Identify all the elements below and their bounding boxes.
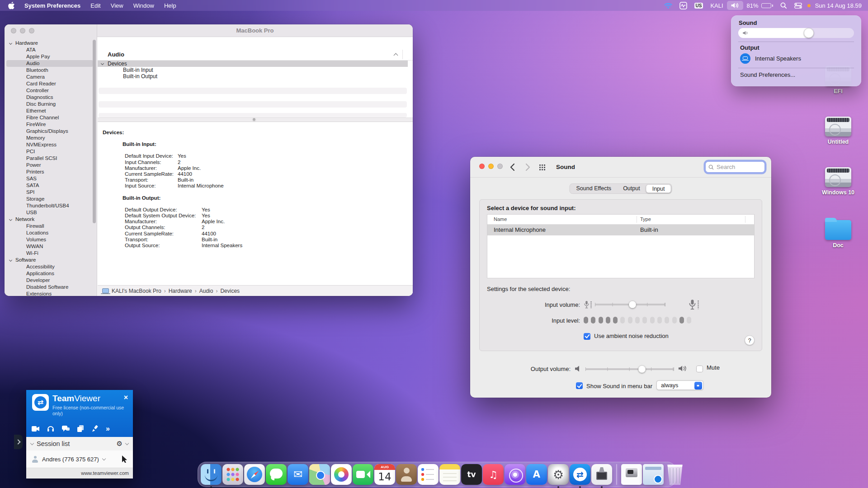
dock-icon-photos[interactable] [331,464,352,485]
whiteboard-icon[interactable] [91,425,98,432]
menu-item[interactable]: View [106,2,128,9]
desktop-icon-windows-10[interactable]: Windows 10 [817,167,859,196]
input-volume-slider[interactable] [595,304,665,305]
back-button[interactable] [510,163,515,173]
sidebar-item[interactable]: Apple Pay [6,53,93,60]
sidebar-item[interactable]: Ethernet [6,108,93,114]
desktop-icon-untitled[interactable]: Untitled [817,117,859,145]
mute-checkbox[interactable] [696,366,703,372]
input-source-label[interactable]: KALI [707,0,726,11]
sidebar-item[interactable]: Locations [6,230,93,236]
tree-row[interactable]: Built-in Input [98,67,413,73]
menu-item[interactable]: Help [159,2,181,9]
tree-row[interactable]: Built-in Output [98,73,413,80]
dock-icon-divider[interactable] [616,464,617,485]
help-button[interactable]: ? [745,335,755,345]
gear-icon[interactable]: ⚙ [117,440,123,448]
sidebar-item[interactable]: Software [6,257,93,263]
dock-icon-app-store[interactable]: A [526,464,547,485]
more-actions-icon[interactable]: » [106,426,110,432]
sidebar-item[interactable]: Fibre Channel [6,114,93,121]
sidebar-item[interactable]: Parallel SCSI [6,155,93,162]
close-button[interactable] [11,28,16,33]
dock-icon-messages[interactable] [266,464,287,485]
breadcrumb-item[interactable]: Devices [213,288,240,294]
session-list-item[interactable]: Andres (776 375 627) [26,450,133,468]
session-list-header[interactable]: Session list ⚙ [26,437,133,450]
sidebar-item[interactable]: Hardware [6,40,93,47]
zoom-button[interactable] [29,28,34,33]
dock-icon-system-preferences[interactable]: ⚙ [548,464,569,485]
dock-icon-reminders[interactable] [418,464,439,485]
menu-item[interactable]: System Preferences [19,2,85,9]
sysinfo-titlebar[interactable]: MacBook Pro [97,24,413,37]
sidebar-scrollbar[interactable] [93,40,96,223]
sidebar-item[interactable]: SPI [6,189,93,196]
tab[interactable]: Sound Effects [571,184,618,193]
tab[interactable]: Output [617,184,646,193]
zoom-button[interactable] [497,164,503,169]
sidebar-item[interactable]: Extensions [6,291,93,296]
search-input[interactable] [716,163,756,171]
sidebar-item[interactable]: Card Reader [6,80,93,87]
dock-icon-launchpad[interactable] [222,464,243,485]
file-transfer-icon[interactable] [77,425,84,432]
breadcrumb-item[interactable]: Hardware [161,288,192,294]
close-icon[interactable]: × [124,394,128,401]
forward-button[interactable] [525,163,530,173]
spotlight-icon[interactable] [777,0,791,11]
dock-icon-maps[interactable] [309,464,330,485]
pane-splitter[interactable] [98,117,413,122]
sidebar-item[interactable]: NVMExpress [6,141,93,148]
sidebar-item[interactable]: SAS [6,175,93,182]
sidebar-item[interactable]: Graphics/Displays [6,128,93,135]
menu-bar-clock[interactable]: Sun 14 Aug 18.59 [812,2,868,9]
sidebar-item[interactable]: Bluetooth [6,67,93,74]
output-volume-slider[interactable] [585,368,674,370]
sidebar-item[interactable]: ATA [6,47,93,53]
audio-section-header[interactable]: Audio [98,49,413,61]
video-call-icon[interactable] [32,426,39,432]
sidebar-item[interactable]: FireWire [6,121,93,128]
wifi-icon[interactable] [660,0,676,11]
menubar-frequency-select[interactable]: always [656,380,703,390]
dock-icon-notes[interactable] [439,464,460,485]
dock-icon-safari[interactable] [244,464,265,485]
output-device-item[interactable]: Internal Speakers [740,53,801,64]
keyboard-layout[interactable]: US [691,0,707,11]
sidebar-item[interactable]: Developer [6,277,93,284]
output-volume-knob[interactable] [638,366,646,373]
table-row-Internal Microphone[interactable]: Internal Microphone Built-in [487,225,754,235]
dock-icon-trash[interactable] [665,464,685,485]
sidebar-item[interactable]: Power [6,162,93,169]
sound-titlebar[interactable]: Sound [470,157,771,178]
dock-icon-podcasts[interactable] [505,464,525,485]
sidebar-item[interactable]: Memory [6,135,93,141]
sidebar-item[interactable]: Volumes [6,236,93,243]
breadcrumb-item[interactable]: KALI's MacBook Pro [112,288,161,294]
menu-item[interactable]: Window [128,2,159,9]
chat-icon[interactable] [62,426,70,432]
sidebar-item[interactable]: Thunderbolt/USB4 [6,202,93,209]
sidebar-item[interactable]: Wi-Fi [6,250,93,257]
dock-icon-system-information[interactable] [591,464,612,485]
dock-icon-document[interactable] [621,464,642,485]
apple-menu-icon[interactable] [8,2,15,9]
sidebar-item[interactable]: Storage [6,196,93,202]
sidebar-item[interactable]: Audio [6,60,93,67]
volume-menu-icon[interactable] [727,1,743,10]
table-header[interactable]: Name Type [487,215,754,225]
input-volume-knob[interactable] [628,301,636,309]
sidebar-item[interactable]: Applications [6,270,93,277]
sidebar-item[interactable]: Disabled Software [6,284,93,291]
chevron-up-icon[interactable] [394,53,398,58]
sidebar-item[interactable]: PCI [6,148,93,155]
show-sound-checkbox[interactable] [576,382,583,389]
sidebar-item[interactable]: Network [6,216,93,223]
dock-icon-music[interactable]: ♫ [483,464,504,485]
sidebar-item[interactable]: SATA [6,182,93,189]
dock-icon-finder[interactable] [201,464,222,485]
dock-icon-calendar[interactable]: AUG 14 [374,464,395,485]
popover-volume-slider[interactable] [738,28,854,38]
dock-icon-mail[interactable]: ✉ [288,464,308,485]
